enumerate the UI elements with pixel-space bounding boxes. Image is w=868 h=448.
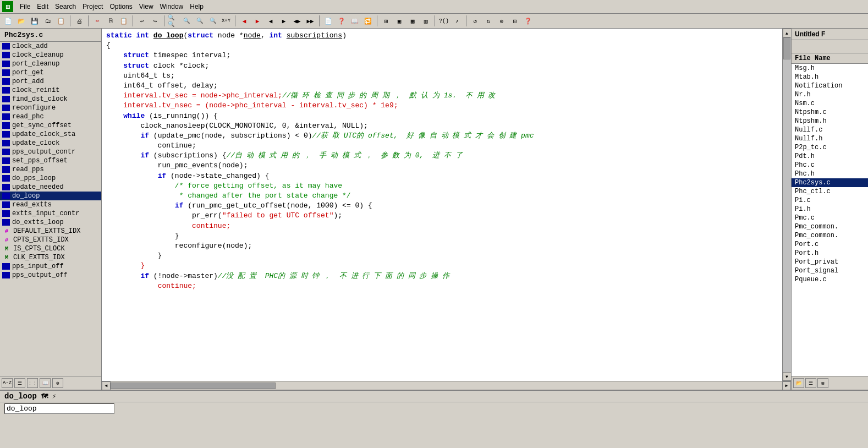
sidebar-list[interactable]: clock_addclock_cleanupport_cleanupport_g… xyxy=(0,42,101,376)
sidebar-item[interactable]: clock_add xyxy=(0,42,101,51)
dot-btn[interactable]: ⋮⋮ xyxy=(27,378,38,388)
sidebar-item[interactable]: do_extts_loop xyxy=(0,218,101,227)
right-list-item[interactable]: Ntpshm.c xyxy=(792,108,868,117)
right-list-item[interactable]: Ntpshm.h xyxy=(792,117,868,125)
menu-project[interactable]: Project xyxy=(79,2,106,12)
right-list-item[interactable]: Notification xyxy=(792,81,868,90)
gear-btn[interactable]: ⚙ xyxy=(52,378,63,388)
sidebar-item[interactable]: pps_input_off xyxy=(0,262,101,271)
right-list-item[interactable]: Pmc_common. xyxy=(792,222,868,231)
sidebar-item[interactable]: read_phc xyxy=(0,112,101,121)
right-list-item[interactable]: Pi.c xyxy=(792,196,868,205)
save2-btn[interactable]: 🗂 xyxy=(42,15,54,27)
scroll-down-btn[interactable]: ▼ xyxy=(783,372,792,381)
print-btn[interactable]: 🖨 xyxy=(73,15,85,27)
nav1-btn[interactable]: ◀ xyxy=(265,15,277,27)
sidebar-item[interactable]: update_clock xyxy=(0,139,101,147)
sidebar-item[interactable]: read_pps xyxy=(0,165,101,174)
hist2-btn[interactable]: ↻ xyxy=(482,15,495,27)
sidebar-item[interactable]: #CPTS_EXTTS_IDX xyxy=(0,236,101,244)
sidebar-item[interactable]: clock_cleanup xyxy=(0,51,101,59)
right-list-item[interactable]: Port.h xyxy=(792,249,868,258)
scroll-up-btn[interactable]: ▲ xyxy=(783,29,792,37)
right-list-item[interactable]: Nullf.c xyxy=(792,125,868,134)
fwd-btn[interactable]: ▶ xyxy=(251,15,263,27)
right-list-item[interactable]: Port_signal xyxy=(792,266,868,275)
cut-btn[interactable]: ✂ xyxy=(91,15,103,27)
back-btn[interactable]: ◀ xyxy=(238,15,250,27)
book-btn[interactable]: 📖 xyxy=(40,378,51,388)
right-list-item[interactable]: Pmc.c xyxy=(792,214,868,222)
right-list-item[interactable]: Pi.h xyxy=(792,205,868,214)
code-editor[interactable]: static int do_loop(struct node *node, in… xyxy=(102,29,782,381)
list-btn[interactable]: ☰ xyxy=(14,378,25,388)
scroll-track[interactable] xyxy=(783,37,791,372)
sidebar-item[interactable]: port_add xyxy=(0,77,101,86)
sidebar-item[interactable]: get_sync_offset xyxy=(0,121,101,130)
menu-options[interactable]: Options xyxy=(106,2,135,12)
hist3-btn[interactable]: ⊕ xyxy=(496,15,508,27)
right-list-item[interactable]: Pqueue.c xyxy=(792,275,868,284)
right-list-item[interactable]: Msg.h xyxy=(792,64,868,73)
menu-window[interactable]: Window xyxy=(157,2,187,12)
new-btn[interactable]: 📄 xyxy=(2,15,14,27)
bk1-btn[interactable]: 📄 xyxy=(322,15,334,27)
right-list-item[interactable]: P2p_tc.c xyxy=(792,143,868,152)
paste-btn[interactable]: 📋 xyxy=(118,15,130,27)
rp-btn2[interactable]: ☰ xyxy=(805,378,816,388)
find2-btn[interactable]: 🔍 xyxy=(207,15,219,27)
sidebar-item[interactable]: find_dst_clock xyxy=(0,95,101,103)
search-btn[interactable]: 🔍🔍 xyxy=(167,15,179,27)
hist1-btn[interactable]: ↺ xyxy=(469,15,481,27)
sidebar-item[interactable]: update_clock_sta xyxy=(0,130,101,139)
right-list-item[interactable]: Pmc_common. xyxy=(792,231,868,240)
sidebar-item[interactable]: read_extts xyxy=(0,200,101,209)
bk3-btn[interactable]: 📖 xyxy=(349,15,361,27)
right-list-item[interactable]: Nullf.h xyxy=(792,134,868,143)
sidebar-item[interactable]: clock_reinit xyxy=(0,86,101,95)
find-btn[interactable]: 🔍 xyxy=(180,15,193,27)
sidebar-item[interactable]: port_get xyxy=(0,68,101,77)
hist4-btn[interactable]: ⊟ xyxy=(509,15,521,27)
h-scrollbar[interactable]: ◀ ▶ xyxy=(102,381,791,390)
nav4-btn[interactable]: ▶▶ xyxy=(304,15,316,27)
right-list-item[interactable]: Port.c xyxy=(792,240,868,249)
right-list-item[interactable]: Phc.c xyxy=(792,161,868,170)
hist5-btn[interactable]: ❓ xyxy=(522,15,534,27)
view3-btn[interactable]: ▦ xyxy=(406,15,419,27)
sidebar-item[interactable]: set_pps_offset xyxy=(0,156,101,165)
right-list-item[interactable]: Nsm.c xyxy=(792,99,868,108)
scroll-right-btn[interactable]: ▶ xyxy=(782,381,791,390)
replace-btn[interactable]: 🔍 xyxy=(194,15,206,27)
sidebar-item[interactable]: reconfigure xyxy=(0,103,101,112)
right-list-item[interactable]: Phc_ctl.c xyxy=(792,187,868,196)
saveas-btn[interactable]: 📋 xyxy=(55,15,67,27)
paren-btn[interactable]: ?() xyxy=(438,15,450,27)
rp-btn1[interactable]: 📂 xyxy=(793,378,804,388)
nav3-btn[interactable]: ◀▶ xyxy=(291,15,303,27)
editor-v-scrollbar[interactable]: ▲ ▼ xyxy=(782,29,791,381)
view4-btn[interactable]: ▥ xyxy=(420,15,432,27)
right-list-item[interactable]: Port_privat xyxy=(792,258,868,266)
menu-view[interactable]: View xyxy=(136,2,157,12)
nav2-btn[interactable]: ▶ xyxy=(278,15,290,27)
bk2-btn[interactable]: ❓ xyxy=(336,15,348,27)
right-list-item[interactable]: Phc.h xyxy=(792,170,868,178)
sidebar-item[interactable]: MIS_CPTS_CLOCK xyxy=(0,244,101,253)
h-scroll-thumb[interactable] xyxy=(111,383,276,389)
view1-btn[interactable]: ⊞ xyxy=(380,15,392,27)
sidebar-item[interactable]: pps_output_contr xyxy=(0,147,101,156)
sidebar-item[interactable]: do_pps_loop xyxy=(0,174,101,183)
right-list-item[interactable]: Pdt.h xyxy=(792,152,868,161)
az-btn[interactable]: A-Z xyxy=(2,378,13,388)
sidebar-item[interactable]: #DEFAULT_EXTTS_IDX xyxy=(0,227,101,236)
bk4-btn[interactable]: 🔁 xyxy=(362,15,374,27)
copy-btn[interactable]: ⎘ xyxy=(105,15,117,27)
right-panel-header[interactable]: File Name xyxy=(792,53,868,64)
menu-edit[interactable]: Edit xyxy=(34,2,52,12)
save-btn[interactable]: 💾 xyxy=(29,15,41,27)
menu-file[interactable]: File xyxy=(17,2,34,12)
sidebar-item[interactable]: extts_input_contr xyxy=(0,209,101,218)
sidebar-item[interactable]: pps_output_off xyxy=(0,271,101,280)
arrow-btn[interactable]: ↗ xyxy=(451,15,463,27)
